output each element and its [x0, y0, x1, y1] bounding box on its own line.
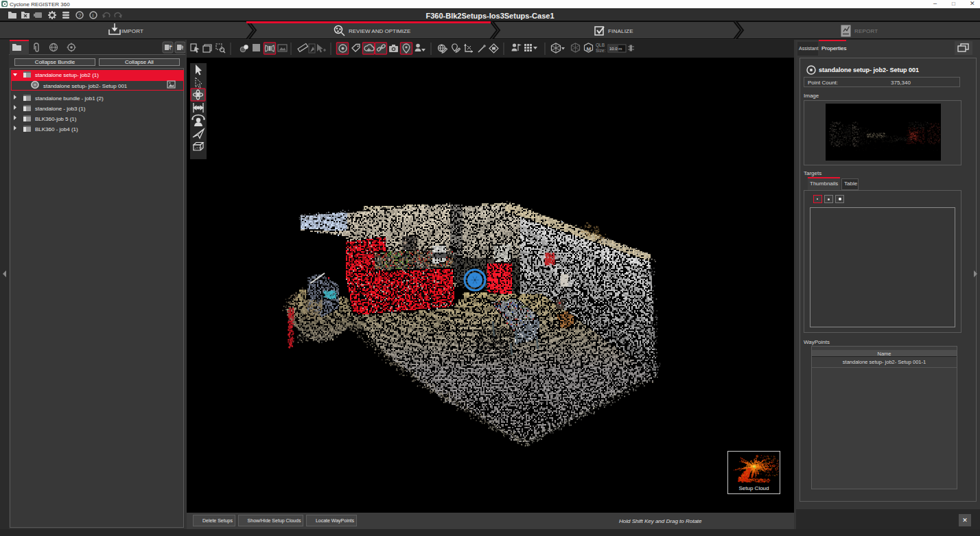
svg-text:Size:: Size: [596, 48, 606, 53]
svg-text:10.0 m: 10.0 m [609, 47, 622, 51]
svg-text:QLB: QLB [596, 43, 605, 48]
svg-text:+: + [170, 44, 172, 49]
svg-text:M: M [587, 46, 592, 52]
